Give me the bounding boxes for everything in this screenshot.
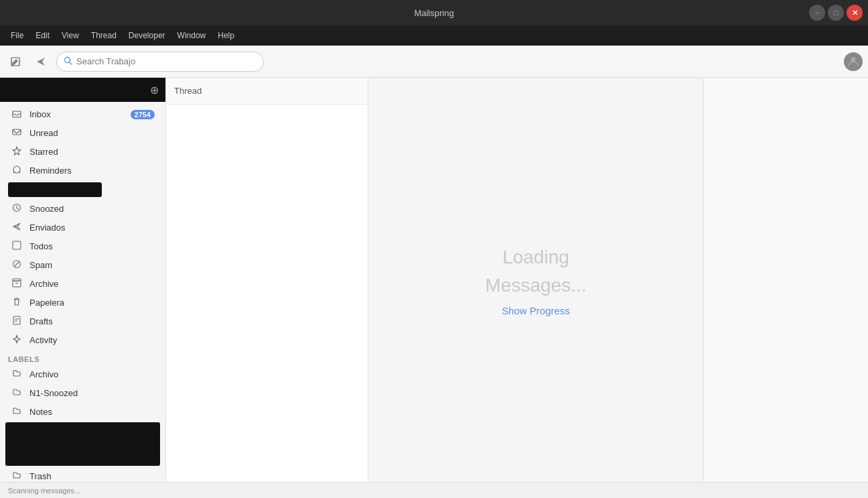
redacted-label-block [5,422,160,466]
menubar: File Edit View Thread Developer Window H… [0,25,868,46]
right-pane [703,78,868,482]
sidebar-item-inbox[interactable]: Inbox 2754 [3,105,163,123]
statusbar: Scanning messages... [0,482,868,498]
sidebar-item-archive[interactable]: Archive [3,275,163,293]
sidebar-item-label: Inbox [29,109,124,119]
loading-line1: Loading [502,247,569,267]
sidebar-item-papelera[interactable]: Papelera [3,294,163,312]
sidebar-item-label: Todos [29,241,155,251]
svg-rect-13 [13,281,21,287]
sidebar-item-label: Trash [29,471,155,481]
menu-developer[interactable]: Developer [123,29,171,42]
menu-thread[interactable]: Thread [86,29,122,42]
thread-pane: Thread [166,78,368,482]
search-icon [64,56,72,67]
toolbar [0,46,868,78]
sidebar-item-todos[interactable]: Todos [3,237,163,255]
archivo-label-icon [11,369,23,380]
sidebar-item-label: Starred [29,147,155,157]
window-controls: − □ ✕ [809,5,863,21]
sidebar-item-label: Snoozed [29,204,155,214]
sidebar-item-unread[interactable]: Unread [3,124,163,142]
sidebar-item-label: Archivo [29,369,155,379]
sidebar-item-trash[interactable]: Trash [3,467,163,482]
activity-icon [11,334,23,346]
reminders-icon [11,165,23,176]
sidebar-item-label: Spam [29,260,155,270]
sidebar-item-starred[interactable]: Starred [3,143,163,161]
sidebar-item-archivo[interactable]: Archivo [3,365,163,383]
app-title: Mailspring [414,8,453,18]
svg-rect-16 [13,316,20,324]
sidebar-item-activity[interactable]: Activity [3,331,163,349]
trash-label-icon [11,471,23,482]
send-mode-button[interactable] [31,52,51,72]
sidebar-item-label: Enviados [29,223,155,233]
papelera-icon [11,297,23,308]
sidebar-item-n1snoozed[interactable]: N1-Snoozed [3,384,163,402]
inbox-badge: 2754 [131,110,155,119]
sidebar-item-label: N1-Snoozed [29,388,155,398]
spam-icon [11,259,23,271]
content-pane: Loading Messages... Show Progress [368,78,703,482]
sidebar-item-label: Reminders [29,166,155,176]
snoozed-icon [11,203,23,214]
thread-pane-header: Thread [166,78,368,105]
notes-label-icon [11,406,23,418]
svg-marker-7 [13,147,21,155]
maximize-button[interactable]: □ [828,5,844,21]
thread-header-label: Thread [174,86,202,96]
main-layout: ⊕ Inbox 2754 Unread [0,78,868,482]
sidebar-item-drafts[interactable]: Drafts [3,312,163,330]
search-input[interactable] [76,56,257,66]
avatar[interactable] [844,52,863,71]
inbox-icon [11,109,23,120]
account-name [7,83,114,97]
sidebar-item-notes[interactable]: Notes [3,403,163,421]
svg-rect-6 [13,129,21,135]
account-toggle-button[interactable]: ⊕ [150,84,159,97]
menu-help[interactable]: Help [212,29,240,42]
sidebar-item-snoozed[interactable]: Snoozed [3,200,163,218]
menu-window[interactable]: Window [172,29,212,42]
sidebar-item-label: Papelera [29,298,155,308]
svg-line-12 [15,262,19,267]
loading-text: Loading Messages... [486,243,587,300]
svg-rect-14 [13,279,21,281]
status-text: Scanning messages... [8,487,80,495]
sidebar-item-enviados[interactable]: Enviados [3,219,163,237]
compose-button[interactable] [5,52,25,72]
redacted-item [8,182,102,197]
archive-icon [11,278,23,290]
sidebar-item-spam[interactable]: Spam [3,256,163,274]
sidebar: ⊕ Inbox 2754 Unread [0,78,166,482]
show-progress-button[interactable]: Show Progress [502,305,570,316]
sidebar-item-label: Activity [29,335,155,345]
sidebar-item-label: Archive [29,279,155,289]
drafts-icon [11,316,23,327]
sidebar-item-label: Notes [29,407,155,417]
sidebar-item-reminders[interactable]: Reminders [3,162,163,180]
minimize-button[interactable]: − [809,5,825,21]
svg-line-3 [70,62,72,64]
sidebar-item-label: Drafts [29,316,155,326]
svg-marker-19 [13,335,20,343]
todos-icon [11,241,23,252]
menu-view[interactable]: View [56,29,84,42]
enviados-icon [11,222,23,233]
n1snoozed-label-icon [11,387,23,399]
menu-edit[interactable]: Edit [30,29,55,42]
account-header[interactable]: ⊕ [0,78,165,102]
search-bar[interactable] [56,52,264,72]
starred-icon [11,146,23,158]
svg-rect-10 [13,241,21,249]
close-button[interactable]: ✕ [847,5,863,21]
titlebar: Mailspring − □ ✕ [0,0,868,25]
sidebar-item-label: Unread [29,128,155,138]
sidebar-list: Inbox 2754 Unread Starred [0,102,165,482]
labels-section-header: Labels [0,350,165,365]
menu-file[interactable]: File [5,29,29,42]
loading-line2: Messages... [486,275,587,296]
unread-icon [11,127,23,139]
